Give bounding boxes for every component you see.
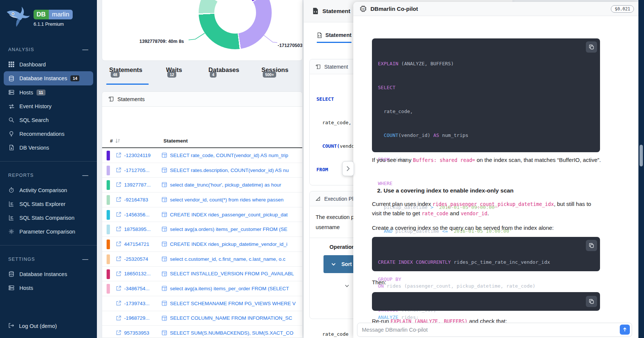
external-link-icon[interactable] xyxy=(116,301,121,307)
color-swatch xyxy=(107,180,110,190)
code-block-explain: EXPLAIN (ANALYZE, BUFFERS) SELECT rate_c… xyxy=(372,38,600,152)
table-row: 957353953SELECT SUM(S.NUMBACKENDS), SUM(… xyxy=(102,326,302,338)
statement-text-link[interactable]: select avg(a.items) items_per_order FROM… xyxy=(170,286,289,291)
table-row: -25320574select c.customer_id, c.first_n… xyxy=(102,252,302,267)
sidebar-item-event-history[interactable]: Event History xyxy=(0,99,97,113)
donut-label-left: 1392778709: 40m 8s xyxy=(139,39,184,44)
copy-button[interactable] xyxy=(586,41,597,53)
sidebar-item-label: Dashboard xyxy=(19,62,46,68)
scroll-icon xyxy=(315,64,321,69)
external-link-icon[interactable] xyxy=(116,226,121,233)
statement-text-link[interactable]: SELECT rates.description, COUNT(vendor_i… xyxy=(170,168,289,173)
tab-statement-detail[interactable]: Statement xyxy=(317,32,351,43)
sidebar-item-sql-stats-comparison[interactable]: SQL Stats Comparison xyxy=(0,211,97,225)
statement-id-link[interactable]: -3486754... xyxy=(124,286,149,291)
detail-tab-label: Statement xyxy=(325,32,351,38)
table-cell-icon xyxy=(162,197,167,204)
sidebar-item-db-versions[interactable]: DB Versions xyxy=(0,141,97,154)
external-link-icon[interactable] xyxy=(116,286,121,292)
sidebar-item-parameter-comparison[interactable]: Parameter Comparison xyxy=(0,225,97,238)
statement-text-link[interactable]: select c.customer_id, c.first_name, c.la… xyxy=(170,256,285,262)
copy-button[interactable] xyxy=(586,296,597,307)
table-row: 447154721CREATE INDEX rides_pickup_datet… xyxy=(102,237,302,252)
external-link-icon[interactable] xyxy=(116,256,121,263)
collapse-section-icon[interactable]: — xyxy=(82,48,89,51)
copy-button[interactable] xyxy=(586,240,597,251)
send-button[interactable] xyxy=(620,325,630,335)
sort-icon xyxy=(115,138,120,143)
statement-id-link[interactable]: 18650132... xyxy=(124,271,151,276)
copilot-message-input[interactable] xyxy=(357,323,632,337)
donut-chart[interactable] xyxy=(199,0,272,49)
statement-id-link[interactable]: 447154721 xyxy=(124,241,149,247)
sidebar-item-sql-search[interactable]: SQL Search xyxy=(0,113,97,127)
copilot-then-label: Then: xyxy=(372,278,602,287)
collapse-section-icon[interactable]: — xyxy=(82,173,89,177)
copilot-paragraph: Create a covering index so the query can… xyxy=(372,223,602,232)
statement-id-link[interactable]: -1968729... xyxy=(124,315,149,321)
statement-text-link[interactable]: select date_trunc('hour', pickup_datetim… xyxy=(170,182,281,188)
statement-id-link[interactable]: -1739743... xyxy=(124,301,149,306)
statement-id-link[interactable]: -92164783 xyxy=(124,197,148,203)
scrollbar-thumb[interactable] xyxy=(640,145,643,166)
statement-text-link[interactable]: select vendor_id, count(*) from rides wh… xyxy=(170,197,284,203)
tab-statements[interactable]: Statements48 xyxy=(109,66,146,85)
database-icon xyxy=(8,271,15,277)
statement-id-link[interactable]: 957353953 xyxy=(124,330,149,336)
external-link-icon[interactable] xyxy=(116,197,121,204)
statement-text-link[interactable]: SELECT COLUMN_NAME FROM INFORMATION_SC xyxy=(170,315,292,321)
plan-icon xyxy=(315,196,321,201)
statement-text-link[interactable]: CREATE INDEX rides_pickup_datetime_vendo… xyxy=(170,241,287,247)
table-row: 18650132...SELECT INSTALLED_VERSION FROM… xyxy=(102,267,302,282)
bar-chart-icon xyxy=(8,201,15,207)
section-title-settings: SETTINGS xyxy=(8,257,35,262)
statement-id-link[interactable]: -123024119 xyxy=(124,153,151,158)
tab-waits[interactable]: Waits12 xyxy=(166,66,188,85)
external-link-icon[interactable] xyxy=(116,316,121,322)
external-link-icon[interactable] xyxy=(116,212,121,219)
sidebar-item-recommendations[interactable]: Recommendations xyxy=(0,127,97,141)
statement-id-link[interactable]: 13927787... xyxy=(124,182,151,188)
swap-arrows-icon xyxy=(8,103,15,109)
copy-icon xyxy=(589,243,594,248)
copilot-collapse-button[interactable] xyxy=(342,161,354,176)
external-link-icon[interactable] xyxy=(116,271,121,278)
sidebar-item-database-instances[interactable]: Database Instances 14 xyxy=(4,71,93,85)
tab-sessions[interactable]: Sessions500+ xyxy=(261,66,297,85)
external-link-icon[interactable] xyxy=(116,168,121,174)
external-link-icon[interactable] xyxy=(116,153,121,159)
statement-text-link[interactable]: SELECT SUM(S.NUMBACKENDS), SUM(S.XACT_CO xyxy=(170,330,293,336)
table-cell-icon xyxy=(162,168,167,174)
server-icon xyxy=(8,89,15,96)
statement-id-link[interactable]: -1712705... xyxy=(124,168,149,173)
external-link-icon[interactable] xyxy=(116,330,121,337)
column-header-num[interactable]: # xyxy=(110,138,120,144)
sidebar-item-dashboard[interactable]: Dashboard xyxy=(0,57,97,71)
statement-id-link[interactable]: 18758395... xyxy=(124,226,151,232)
tab-databases[interactable]: Databases4 xyxy=(208,66,241,85)
statement-text-link[interactable]: SELECT SCHEMANAME FROM PG_VIEWS WHERE V xyxy=(170,301,296,306)
sidebar-item-settings-hosts[interactable]: Hosts xyxy=(0,281,97,295)
external-link-icon[interactable] xyxy=(116,241,121,248)
statement-id-link[interactable]: -25320574 xyxy=(124,256,148,262)
table-cell-icon xyxy=(162,241,167,248)
statement-text-link[interactable]: select avg(a.orders) items_per_customer … xyxy=(170,226,287,232)
statement-text-link[interactable]: SELECT rate_code, COUNT(vendor_id) AS nu… xyxy=(170,153,288,158)
color-swatch xyxy=(107,284,110,294)
sidebar-item-hosts[interactable]: Hosts 11 xyxy=(0,85,97,99)
logout-button[interactable]: Log Out (demo) xyxy=(0,323,97,329)
statement-text-link[interactable]: SELECT INSTALLED_VERSION FROM PG_AVAILAB… xyxy=(170,271,294,276)
sidebar-item-activity-comparison[interactable]: Activity Comparison xyxy=(0,183,97,197)
table-cell-icon xyxy=(162,286,167,292)
svg-text:AI: AI xyxy=(362,8,364,10)
external-link-icon[interactable] xyxy=(116,182,121,189)
page-scrollbar xyxy=(638,0,644,338)
copilot-heading: 2. Use a covering index to enable index-… xyxy=(377,187,514,194)
statement-id-link[interactable]: -1456356... xyxy=(124,212,149,217)
app-root: DB marlin 6.1.1 Premium ANALYSIS — Dashb… xyxy=(0,0,644,338)
sidebar-item-settings-database-instances[interactable]: Database Instances xyxy=(0,267,97,281)
file-code-icon xyxy=(312,8,319,14)
collapse-section-icon[interactable]: — xyxy=(82,257,89,261)
sidebar-item-sql-stats-explorer[interactable]: SQL Stats Explorer xyxy=(0,197,97,211)
statement-text-link[interactable]: CREATE INDEX rides_passenger_count_picku… xyxy=(170,212,288,217)
